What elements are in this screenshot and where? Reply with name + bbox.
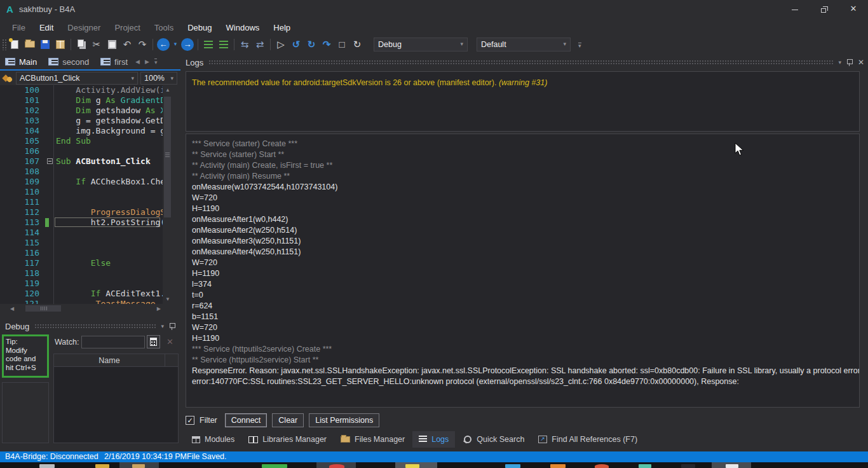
- tab-quick-search[interactable]: Quick Search: [456, 431, 531, 448]
- tab-find-all-references[interactable]: ↗Find All References (F7): [532, 431, 644, 448]
- open-project-button[interactable]: [22, 38, 37, 52]
- new-file-button[interactable]: [7, 38, 22, 52]
- scroll-up-icon[interactable]: ▲: [165, 87, 170, 93]
- comment-button[interactable]: [216, 38, 231, 52]
- paste-button[interactable]: [104, 38, 119, 52]
- menu-bar: File Edit Designer Project Tools Debug W…: [0, 19, 868, 36]
- back-history-dropdown[interactable]: ▾: [171, 38, 180, 52]
- tab-first[interactable]: first: [95, 54, 134, 69]
- collapse-icon: ⇆: [241, 39, 249, 49]
- scroll-down-icon[interactable]: ▼: [165, 296, 170, 302]
- close-button[interactable]: ✕: [839, 0, 868, 19]
- tab-scroll-right-icon[interactable]: ▶: [145, 59, 149, 65]
- tab-list-icon[interactable]: ▾: [154, 59, 158, 65]
- evaluate-button[interactable]: [147, 335, 160, 348]
- panel-menu-icon[interactable]: ▾: [161, 324, 164, 329]
- menu-windows[interactable]: Windows: [219, 20, 267, 35]
- taskbar-icon[interactable]: [39, 464, 55, 468]
- toolbar-overflow-button[interactable]: ▾: [578, 39, 581, 50]
- editor-vertical-scrollbar[interactable]: ▲ ▼: [163, 85, 172, 304]
- tab-libraries-manager[interactable]: Libraries Manager: [242, 431, 333, 448]
- active-tab-underline: [0, 69, 180, 71]
- navigate-forward-button[interactable]: →: [180, 38, 195, 52]
- copy-button[interactable]: [74, 38, 89, 52]
- undo-button[interactable]: ↶: [119, 38, 135, 52]
- menu-designer[interactable]: Designer: [60, 20, 107, 35]
- tab-scroll-left-icon[interactable]: ◀: [135, 59, 140, 65]
- navigate-back-button[interactable]: ←: [156, 38, 171, 52]
- connect-button[interactable]: Connect: [225, 413, 268, 427]
- menu-tools[interactable]: Tools: [147, 20, 180, 35]
- taskbar-icon[interactable]: [550, 464, 566, 468]
- scroll-right-icon[interactable]: ▶: [157, 306, 161, 312]
- zoom-dropdown[interactable]: 100% ▾: [140, 72, 177, 85]
- clear-watch-button[interactable]: ✕: [163, 335, 177, 348]
- taskbar-icon[interactable]: [726, 464, 738, 468]
- taskbar-icon[interactable]: [595, 464, 609, 468]
- taskbar-icon[interactable]: [681, 464, 695, 468]
- stop-icon: □: [339, 39, 344, 49]
- restore-button[interactable]: [810, 0, 839, 19]
- package-button[interactable]: [53, 38, 68, 52]
- watch-table[interactable]: Name: [53, 354, 179, 443]
- menu-debug[interactable]: Debug: [180, 20, 219, 35]
- stop-button[interactable]: □: [334, 38, 349, 52]
- save-button[interactable]: [37, 38, 53, 52]
- pin-icon[interactable]: [169, 322, 175, 330]
- run-button[interactable]: ▷: [273, 38, 288, 52]
- symbol-dropdown[interactable]: ACButton1_Click ▾: [16, 72, 138, 85]
- menu-file[interactable]: File: [5, 20, 32, 35]
- b4a-ide-window: A sakhtbuy - B4A ✕ File Edit Designer Pr…: [0, 0, 868, 468]
- column-divider[interactable]: [165, 354, 165, 367]
- redo-button[interactable]: ↷: [135, 38, 150, 52]
- filter-checkbox[interactable]: ✓: [186, 416, 194, 425]
- pin-icon[interactable]: [846, 59, 853, 66]
- tab-files-manager[interactable]: Files Manager: [334, 431, 411, 448]
- taskbar-icon[interactable]: [639, 464, 651, 468]
- step-over-button[interactable]: ↻: [304, 38, 319, 52]
- scroll-left-icon[interactable]: ◀: [10, 306, 14, 312]
- minimize-button[interactable]: [780, 0, 810, 19]
- log-controls: ✓ Filter Connect Clear List Permissions: [186, 412, 859, 429]
- log-output[interactable]: *** Service (starter) Create *** ** Serv…: [186, 134, 860, 408]
- panel-menu-icon[interactable]: ▾: [838, 60, 841, 65]
- close-panel-icon[interactable]: ✕: [858, 59, 864, 66]
- debug-tip-box: Tip: Modify code and hit Ctrl+S: [2, 334, 49, 378]
- taskbar-icon[interactable]: [505, 464, 520, 468]
- taskbar-icon[interactable]: [262, 464, 287, 468]
- expand-blocks-button[interactable]: ⇄: [252, 38, 268, 52]
- fold-collapse-icon[interactable]: [47, 158, 53, 164]
- taskbar-icon[interactable]: [132, 464, 145, 468]
- step-out-button[interactable]: ↷: [319, 38, 334, 52]
- scrollbar-thumb[interactable]: [164, 97, 171, 217]
- menu-help[interactable]: Help: [266, 20, 297, 35]
- cut-button[interactable]: ✂: [89, 38, 104, 52]
- tab-logs[interactable]: Logs: [412, 431, 455, 448]
- watch-input[interactable]: [81, 336, 145, 348]
- scrollbar-thumb[interactable]: [25, 305, 61, 312]
- current-line: 113 ht2.PostString(": [0, 217, 172, 228]
- clear-button[interactable]: Clear: [272, 413, 304, 427]
- tab-modules[interactable]: Modules: [186, 431, 241, 448]
- tab-main[interactable]: Main: [0, 54, 43, 69]
- menu-edit[interactable]: Edit: [32, 20, 60, 35]
- taskbar-icon[interactable]: [329, 464, 344, 468]
- indent-button[interactable]: [201, 38, 216, 52]
- copy-icon: [78, 39, 84, 47]
- menu-project[interactable]: Project: [107, 20, 147, 35]
- taskbar-icon[interactable]: [95, 464, 109, 468]
- new-file-icon: [11, 40, 18, 49]
- restart-button[interactable]: ↻: [349, 38, 365, 52]
- step-into-button[interactable]: ↺: [288, 38, 304, 52]
- list-permissions-button[interactable]: List Permissions: [309, 413, 379, 427]
- debug-empty-box: [2, 382, 49, 443]
- code-editor[interactable]: 100 Activity.AddView(img 101 Dim g As Gr…: [0, 85, 172, 304]
- taskbar-icon[interactable]: [405, 464, 419, 468]
- collapse-blocks-button[interactable]: ⇆: [237, 38, 252, 52]
- tab-second[interactable]: second: [43, 54, 95, 69]
- windows-taskbar[interactable]: [0, 462, 868, 468]
- editor-horizontal-scrollbar[interactable]: ◀ ▶: [0, 304, 172, 313]
- toolbar-grip[interactable]: [2, 39, 7, 50]
- run-mode-dropdown[interactable]: Debug ▾: [374, 38, 468, 52]
- build-config-dropdown[interactable]: Default ▾: [477, 38, 571, 52]
